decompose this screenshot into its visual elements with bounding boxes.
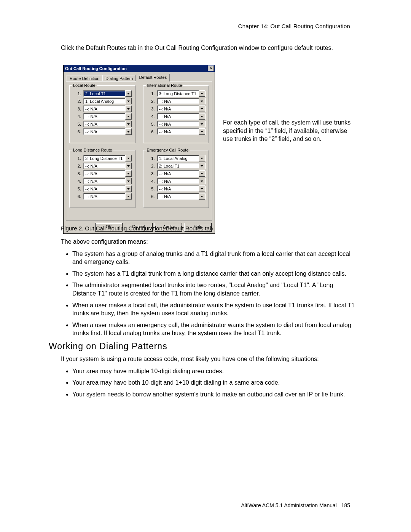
longdist-route-5-combo[interactable]: --: N/A [83,185,132,192]
intl-route-3-combo[interactable]: --: N/A [157,105,206,112]
row-num: 5. [73,187,83,191]
row-num: 1. [147,156,157,161]
config-means-lead: The above configuration means: [61,238,148,245]
figure-caption: Figure 2. Out Call Routing Configuration… [61,225,213,232]
row-num: 3. [147,107,157,111]
emerg-route-1-combo[interactable]: 1: Local Analog [157,155,206,161]
row-num: 6. [147,129,157,134]
intl-route-1-combo[interactable]: 3: Long Distance T1 [157,90,206,97]
emerg-route-6-combo[interactable]: --: N/A [157,193,206,200]
chevron-down-icon[interactable] [199,185,205,192]
row-num: 1. [147,91,157,96]
row-num: 6. [73,129,83,134]
dialing-patterns-block: If your system is using a route access c… [61,355,358,402]
legend-emergency-route: Emergency Call Route [146,148,190,152]
tab-panel-default-routes: Local Route 1.2: Local T1 2.1: Local Ana… [66,81,212,220]
chevron-down-icon[interactable] [199,163,205,169]
chevron-down-icon[interactable] [125,113,132,120]
chevron-down-icon[interactable] [199,105,205,112]
list-item: The system has a group of analog trunks … [72,250,358,266]
chevron-down-icon[interactable] [125,185,132,192]
row-num: 3. [147,171,157,176]
row-num: 3. [73,171,83,176]
close-icon[interactable]: X [208,66,214,71]
list-item: When a user makes an emergency call, the… [72,321,358,337]
emerg-route-3-combo[interactable]: --: N/A [157,170,206,177]
chevron-down-icon[interactable] [125,163,132,169]
intl-route-6-combo[interactable]: --: N/A [157,128,206,135]
row-num: 1. [73,91,83,96]
row-num: 2. [73,164,83,168]
longdist-route-2-combo[interactable]: --: N/A [83,163,132,169]
chevron-down-icon[interactable] [199,128,205,135]
local-route-5-combo[interactable]: --: N/A [83,121,132,127]
chevron-down-icon[interactable] [125,155,132,161]
chevron-down-icon[interactable] [125,128,132,135]
emerg-route-5-combo[interactable]: --: N/A [157,185,206,192]
page-number: 185 [341,502,350,508]
chevron-down-icon[interactable] [125,105,132,112]
row-num: 5. [147,122,157,126]
chevron-down-icon[interactable] [125,90,132,97]
out-call-routing-dialog: Out Call Routing Configuration X Route D… [63,65,215,234]
longdist-route-4-combo[interactable]: --: N/A [83,178,132,184]
list-item: When a user makes a local call, the admi… [72,301,358,318]
row-num: 5. [147,187,157,191]
chevron-down-icon[interactable] [125,193,132,200]
row-num: 5. [73,122,83,126]
row-num: 4. [147,114,157,119]
chevron-down-icon[interactable] [125,170,132,177]
intl-route-5-combo[interactable]: --: N/A [157,121,206,127]
config-means-block: The above configuration means: The syste… [61,238,358,341]
list-item: The system has a T1 digital trunk from a… [72,270,358,278]
chevron-down-icon[interactable] [199,121,205,127]
longdist-route-1-combo[interactable]: 3: Long Distance T1 [83,155,132,161]
dialing-patterns-lead: If your system is using a route access c… [61,356,319,362]
chapter-header: Chapter 14: Out Call Routing Configurati… [238,23,350,29]
legend-international-route: International Route [146,83,183,88]
chevron-down-icon[interactable] [199,90,205,97]
local-route-6-combo[interactable]: --: N/A [83,128,132,135]
longdist-route-3-combo[interactable]: --: N/A [83,170,132,177]
local-route-4-combo[interactable]: --: N/A [83,113,132,120]
section-heading: Working on Dialing Patterns [49,341,167,351]
emerg-route-2-combo[interactable]: 2: Local T1 [157,163,206,169]
chevron-down-icon[interactable] [199,193,205,200]
local-route-2-combo[interactable]: 1: Local Analog [83,98,132,104]
row-num: 3. [73,107,83,111]
manual-title: AltiWare ACM 5.1 Administration Manual [241,502,337,508]
list-item: Your system needs to borrow another syst… [72,390,358,399]
legend-long-distance-route: Long Distance Route [72,148,113,152]
row-num: 4. [73,179,83,184]
row-num: 2. [147,99,157,104]
chevron-down-icon[interactable] [125,98,132,104]
group-emergency-route: Emergency Call Route 1.1: Local Analog 2… [143,150,209,208]
tab-default-routes[interactable]: Default Routes [136,74,170,81]
row-num: 4. [73,114,83,119]
intl-route-2-combo[interactable]: --: N/A [157,98,206,104]
chevron-down-icon[interactable] [199,113,205,120]
chevron-down-icon[interactable] [125,178,132,184]
intl-route-4-combo[interactable]: --: N/A [157,113,206,120]
group-international-route: International Route 1.3: Long Distance T… [143,85,209,143]
list-item: The administrator segmented local trunks… [72,281,358,297]
chevron-down-icon[interactable] [199,155,205,161]
tab-strip: Route Definition Dialing Pattern Default… [66,74,212,81]
emerg-route-4-combo[interactable]: --: N/A [157,178,206,184]
longdist-route-6-combo[interactable]: --: N/A [83,193,132,200]
chevron-down-icon[interactable] [199,178,205,184]
list-item: Your area may have both 10-digit and 1+1… [72,379,358,387]
group-local-route: Local Route 1.2: Local T1 2.1: Local Ana… [69,85,135,143]
local-route-3-combo[interactable]: --: N/A [83,105,132,112]
side-explanation: For each type of call, the system will u… [223,118,356,143]
local-route-1-combo[interactable]: 2: Local T1 [83,90,132,97]
row-num: 6. [147,194,157,199]
dialog-title-bar[interactable]: Out Call Routing Configuration X [64,65,215,72]
dialog-title-text: Out Call Routing Configuration [65,66,127,71]
row-num: 2. [73,99,83,104]
chevron-down-icon[interactable] [125,121,132,127]
chevron-down-icon[interactable] [199,170,205,177]
page-footer: AltiWare ACM 5.1 Administration Manual 1… [241,502,350,508]
legend-local-route: Local Route [72,83,97,88]
chevron-down-icon[interactable] [199,98,205,104]
